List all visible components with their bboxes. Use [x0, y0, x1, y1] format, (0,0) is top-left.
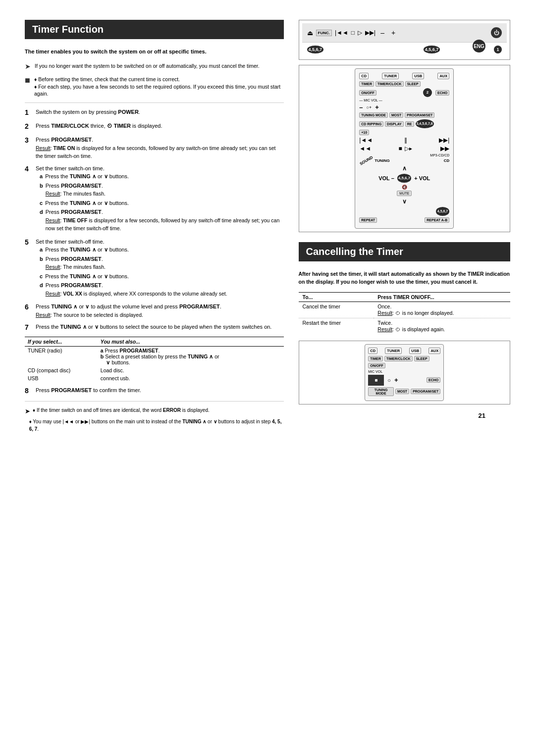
table-col1-header: If you select... [25, 337, 98, 347]
small-source-row: CD TUNER USB AUX [368, 348, 440, 354]
small-plus[interactable]: + [394, 376, 398, 384]
next-track-icon: ▶▶| [365, 29, 375, 36]
stop-icon: □ [351, 29, 355, 36]
onoff-row: ON/OFF 2 ECHO [359, 88, 449, 97]
mute-area: 🔇 MUTE [359, 185, 449, 196]
play-btn[interactable]: ▷▸ [405, 145, 412, 152]
press-col-header: Press TIMER ON/OFF... [374, 292, 510, 302]
steps-container: 1 Switch the system on by pressing POWER… [25, 108, 284, 333]
table-row: USB connect usb. [25, 374, 284, 382]
step-8: 8 Press PROGRAM/SET to confirm the timer… [25, 386, 284, 396]
repeat-row: REPEAT REPEAT A-B [359, 217, 449, 223]
small-block-icon: ■ [374, 377, 377, 383]
cd-ripping-btn[interactable]: CD RIPPING [359, 121, 383, 127]
mic-vol-label: — MIC VOL — [359, 99, 382, 102]
playback-row2: ◄◄ ■ ▷▸ ▶▶ [359, 145, 449, 152]
small-vol-block: ■ [368, 375, 384, 386]
display-btn[interactable]: DISPLAY [385, 121, 404, 127]
tuner-btn[interactable]: TUNER [382, 73, 399, 79]
step-6: 6 Press TUNING ∧ or ∨ to adjust the volu… [25, 302, 284, 319]
note1-text: If you no longer want the system to be s… [35, 62, 260, 70]
tuning-mode-btn[interactable]: TUNING MODE [359, 112, 388, 118]
prev-track-icon: |◄◄ [335, 29, 348, 36]
badge-4567-left: 4,5,6,7 [307, 46, 324, 53]
timer-function-title: Timer Function [25, 20, 284, 39]
eng-badge: ENG [473, 40, 485, 52]
tuning-down-btn[interactable]: ∨ [402, 198, 407, 205]
table-col2-header: You must also... [98, 337, 284, 347]
stop-btn2[interactable]: ■ [399, 145, 402, 152]
program-set-btn[interactable]: PROGRAM/SET [405, 112, 434, 118]
timer-btn[interactable]: TIMER [359, 81, 374, 87]
func-btn[interactable]: FUNC. [316, 30, 332, 36]
badge-1: 1 [494, 46, 502, 53]
small-timer-btn[interactable]: TIMER [368, 356, 383, 361]
rew-btn[interactable]: ◄◄ [359, 145, 371, 152]
mic-plus[interactable]: + [375, 103, 379, 111]
small-sleep-btn[interactable]: SLEEP [414, 356, 429, 361]
to-col-header: To... [299, 292, 374, 302]
re-btn[interactable]: RE [405, 121, 414, 127]
echo-btn[interactable]: ECHO [435, 90, 449, 96]
tape-icon: ■ [25, 76, 30, 85]
table-row: TUNER (radio) a Press PROGRAM/SET. b Sel… [25, 347, 284, 367]
small-tuning-mode-btn[interactable]: TUNING MODE [368, 387, 394, 396]
onoff-btn[interactable]: ON/OFF [359, 90, 376, 96]
small-timer-row: TIMER TIMER/CLOCK SLEEP [368, 356, 440, 361]
cd-icon-small: CD [444, 158, 450, 163]
cdripping-row: CD RIPPING DISPLAY RE 3,4,5,6,7,8 [359, 119, 449, 128]
badge-vol-4567: 4,5,6,7 [397, 174, 411, 183]
most-btn[interactable]: MOST [389, 112, 403, 118]
aux-btn[interactable]: AUX [437, 73, 449, 79]
timer-row: TIMER TIMER/CLOCK SLEEP [359, 81, 449, 87]
small-echo-btn[interactable]: ECHO [427, 377, 440, 383]
small-tuner-btn[interactable]: TUNER [385, 348, 402, 354]
mic-dot: ○+ [366, 105, 372, 110]
prev-btn[interactable]: |◄◄ [359, 137, 373, 144]
repeat-btn[interactable]: REPEAT [359, 217, 377, 223]
minus-icon: – [380, 29, 384, 37]
mic-minus[interactable]: – [359, 103, 363, 111]
pause-btn[interactable]: ‖ [404, 137, 407, 144]
mute-icon: 🔇 [402, 185, 407, 190]
repeat-ab-btn[interactable]: REPEAT A-B [425, 217, 449, 223]
small-program-set-btn[interactable]: PROGRAM/SET [411, 389, 440, 394]
bottom-notes: ➤ ♦ If the timer switch on and off times… [25, 406, 284, 433]
timer-clock-btn[interactable]: TIMER/CLOCK [375, 81, 404, 87]
small-most-btn[interactable]: MOST [395, 389, 409, 394]
mute-btn[interactable]: MUTE [397, 191, 412, 196]
playback-row1: |◄◄ ‖ ▶▶| [359, 137, 449, 144]
step-7: 7 Press the TUNING ∧ or ∨ buttons to sel… [25, 323, 284, 333]
vol-plus-label: + VOL [414, 175, 430, 181]
vol-area: ∧ [359, 165, 449, 172]
small-micvol-row: MIC VOL [368, 370, 440, 373]
tuning-badge-row: 4,5,6,7 [359, 207, 449, 216]
plus10-btn[interactable]: +10 [359, 130, 369, 135]
small-onoff-btn[interactable]: ON/OFF [368, 363, 385, 368]
next-btn[interactable]: ▶▶| [439, 137, 449, 144]
small-usb-btn[interactable]: USB [409, 348, 421, 354]
arrow-icon: ➤ [25, 62, 31, 72]
cd-btn[interactable]: CD [359, 73, 369, 79]
small-vol-row: ■ ○ + ECHO [368, 375, 440, 386]
small-dot: ○ [387, 377, 391, 383]
small-cd-btn[interactable]: CD [368, 348, 377, 354]
usb-btn[interactable]: USB [412, 73, 424, 79]
note2-text: ♦ Before setting the timer, check that t… [34, 76, 284, 98]
small-timer-clock-btn[interactable]: TIMER/CLOCK [384, 356, 413, 361]
small-aux-btn[interactable]: AUX [428, 348, 440, 354]
timer-intro: The timer enables you to switch the syst… [25, 48, 284, 55]
remote-body-large: CD TUNER USB AUX TIMER TIMER/CLOCK SLEEP… [299, 65, 511, 232]
cancel-intro: After having set the timer, it will star… [299, 270, 511, 286]
remote-body-small-box: CD TUNER USB AUX TIMER TIMER/CLOCK SLEEP… [299, 341, 511, 404]
source-row: CD TUNER USB AUX [359, 73, 449, 79]
sleep-btn[interactable]: SLEEP [405, 81, 421, 87]
tuning-up[interactable]: ∧ [402, 165, 407, 172]
step-2: 2 Press TIMER/CLOCK thrice, ⏲ TIMER is d… [25, 122, 284, 132]
badge-4567-right: 4,5,6,7 [424, 46, 440, 53]
power-btn[interactable]: ⏻ [491, 27, 502, 38]
badge-tuning-4567: 4,5,6,7 [436, 207, 449, 216]
fwd-btn[interactable]: ▶▶ [440, 145, 449, 152]
mp3-label: MP3-CD/CD [359, 153, 449, 157]
play-pause-icon: ▷ [358, 29, 362, 36]
